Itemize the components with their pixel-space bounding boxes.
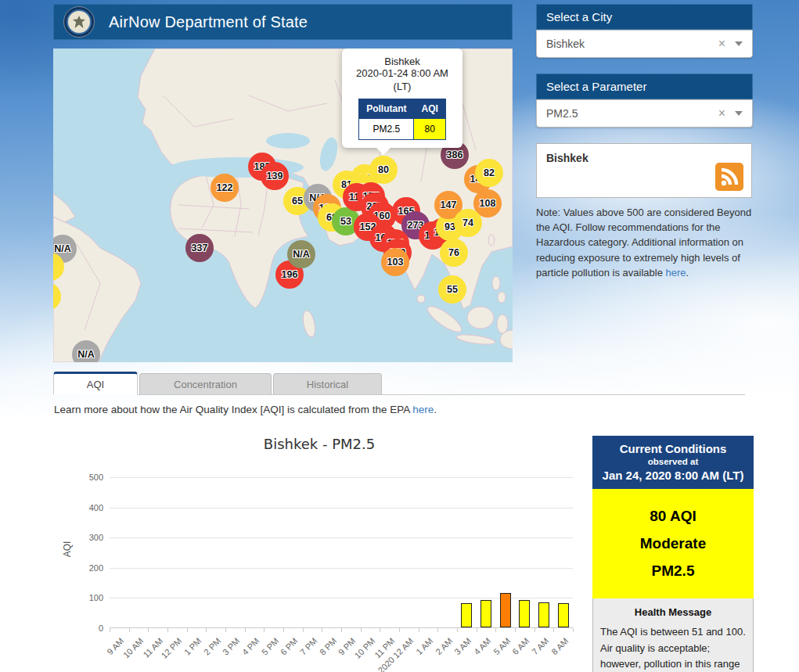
tooltip-pollutant-value: PM2.5: [359, 118, 414, 139]
rss-city-label: Bishkek: [546, 152, 588, 164]
chart-ytick-label: 500: [67, 473, 103, 482]
map-tooltip: Bishkek 2020-01-24 8:00 AM (LT) Pollutan…: [342, 49, 462, 148]
chart-xtick: [187, 628, 188, 632]
learn-more-text: Learn more about how the Air Quality Ind…: [54, 404, 437, 415]
chart-xtick: [380, 628, 380, 632]
chart-bar[interactable]: [519, 600, 530, 627]
aqi-value: 80 AQI: [597, 502, 749, 530]
chart-xtick: [534, 628, 535, 632]
city-select-value: Bishkek: [537, 38, 711, 50]
chart-xtick: [322, 628, 322, 632]
chart-xtick: [515, 628, 516, 632]
map-marker[interactable]: N/A: [287, 240, 315, 268]
tab-aqi[interactable]: AQI: [53, 372, 138, 395]
aqi-pollutant: PM2.5: [597, 557, 749, 584]
note-here-link[interactable]: here: [665, 267, 686, 279]
chart-xtick: [419, 628, 419, 632]
chart-xtick: [495, 628, 496, 632]
chart-ytick-label: 0: [67, 623, 103, 633]
map-marker[interactable]: 337: [185, 234, 214, 262]
aqi-note: Note: Values above 500 are considered Be…: [536, 205, 755, 280]
health-message-section: Health Message The AQI is between 51 and…: [592, 598, 754, 672]
tooltip-aqi-value: 80: [414, 118, 445, 139]
current-conditions-title: Current Conditions: [596, 442, 750, 455]
chart-xtick: [129, 628, 130, 632]
page-title: AirNow Department of State: [109, 13, 308, 31]
world-map[interactable]: 18313912265N/A10668538184806111717522816…: [53, 49, 513, 362]
city-clear-icon[interactable]: ×: [711, 37, 733, 51]
app-header: AirNow Department of State: [53, 4, 513, 40]
map-marker[interactable]: 139: [261, 162, 289, 190]
chart-xtick: [437, 628, 438, 632]
chart-xtick: [283, 628, 284, 632]
chart-xtick: [457, 628, 458, 632]
select-city-header: Select a City: [536, 4, 753, 30]
map-marker[interactable]: 55: [438, 275, 466, 304]
state-department-seal-icon: [63, 6, 95, 38]
chart-bar[interactable]: [461, 603, 472, 627]
current-conditions-datetime: Jan 24, 2020 8:00 AM (LT): [596, 469, 750, 482]
chart-ytick-label: 400: [67, 503, 103, 512]
parameter-select-value: PM2.5: [537, 107, 711, 120]
rss-icon[interactable]: [715, 163, 743, 191]
chart-xtick: [477, 628, 477, 632]
current-conditions-panel: Current Conditions observed at Jan 24, 2…: [592, 436, 754, 672]
current-conditions-aqi-block: 80 AQI Moderate PM2.5: [592, 489, 754, 598]
chart-xtick: [573, 628, 574, 632]
parameter-chevron-down-icon[interactable]: [735, 111, 743, 120]
chart-xtick: [167, 628, 168, 632]
tooltip-datetime: 2020-01-24 8:00 AM (LT): [356, 67, 448, 94]
chart-ytick-label: 200: [67, 563, 103, 573]
chart-gridline: [110, 537, 573, 538]
current-conditions-subtitle: observed at: [596, 457, 750, 466]
select-parameter-header: Select a Parameter: [536, 74, 753, 99]
rss-feed-box: Bishkek: [536, 143, 752, 198]
chart-xtick: [206, 628, 207, 632]
tooltip-col-pollutant: Pollutant: [359, 99, 414, 118]
chart-xtick: [148, 628, 149, 632]
aqi-chart: Bishkek - PM2.5 AQI 01002003004005009 AM…: [53, 426, 593, 672]
map-marker[interactable]: 82: [475, 159, 503, 187]
health-message-text: The AQI is between 51 and 100. Air quali…: [600, 624, 746, 672]
tooltip-table: Pollutant AQI PM2.5 80: [358, 99, 446, 140]
chart-xtick: [399, 628, 400, 632]
tooltip-city: Bishkek: [348, 56, 456, 67]
city-chevron-down-icon[interactable]: [735, 41, 743, 50]
chart-xtick: [245, 628, 246, 632]
tab-bar: AQIConcentrationHistorical: [53, 372, 745, 395]
chart-ytick-label: 300: [67, 533, 103, 542]
chart-xtick: [341, 628, 342, 632]
tab-concentration[interactable]: Concentration: [139, 373, 272, 394]
chart-xtick: [110, 628, 110, 632]
chart-plot-area: [110, 477, 573, 628]
parameter-select[interactable]: PM2.5 ×: [536, 99, 753, 128]
chart-bar[interactable]: [538, 602, 549, 627]
parameter-clear-icon[interactable]: ×: [711, 106, 733, 120]
chart-xtick: [264, 628, 265, 632]
tooltip-col-aqi: AQI: [414, 99, 445, 118]
chart-y-axis-label: AQI: [62, 541, 73, 558]
city-select[interactable]: Bishkek ×: [536, 30, 753, 58]
map-marker[interactable]: 76: [440, 239, 468, 267]
map-marker[interactable]: 74: [454, 209, 482, 237]
chart-xtick: [361, 628, 362, 632]
chart-bar[interactable]: [480, 600, 491, 627]
map-marker[interactable]: N/A: [72, 340, 100, 362]
chart-bar[interactable]: [558, 603, 569, 627]
tab-historical[interactable]: Historical: [273, 373, 382, 394]
aqi-category: Moderate: [597, 530, 749, 557]
chart-xtick: [553, 628, 554, 632]
chart-xtick: [225, 628, 226, 632]
chart-gridline: [110, 508, 573, 508]
map-marker[interactable]: 122: [211, 174, 239, 202]
chart-bar[interactable]: [500, 593, 511, 627]
health-message-title: Health Message: [600, 606, 746, 618]
learn-more-here-link[interactable]: here: [412, 404, 434, 415]
current-conditions-header: Current Conditions observed at Jan 24, 2…: [592, 436, 754, 489]
chart-ytick-label: 100: [67, 593, 103, 602]
map-marker[interactable]: 103: [381, 248, 409, 276]
chart-gridline: [110, 568, 573, 569]
chart-title: Bishkek - PM2.5: [53, 436, 585, 452]
chart-gridline: [110, 477, 573, 478]
chart-xtick: [303, 628, 304, 632]
